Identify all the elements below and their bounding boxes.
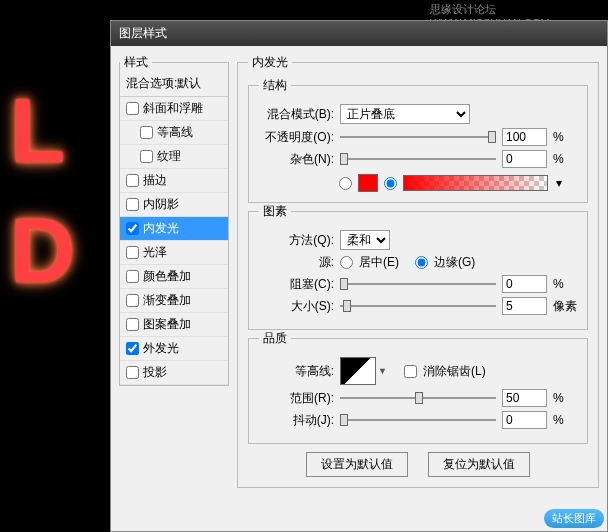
style-item-斜面和浮雕[interactable]: 斜面和浮雕 (120, 97, 228, 121)
style-checkbox[interactable] (126, 366, 139, 379)
blend-mode-select[interactable]: 正片叠底 (340, 104, 470, 124)
styles-list-panel: 样式 混合选项:默认 斜面和浮雕等高线纹理描边内阴影内发光光泽颜色叠加渐变叠加图… (119, 54, 229, 523)
style-item-外发光[interactable]: 外发光 (120, 337, 228, 361)
size-slider[interactable] (340, 298, 496, 314)
style-checkbox[interactable] (140, 150, 153, 163)
technique-select[interactable]: 柔和 (340, 230, 390, 250)
layer-style-dialog: 图层样式 样式 混合选项:默认 斜面和浮雕等高线纹理描边内阴影内发光光泽颜色叠加… (110, 20, 608, 532)
quality-legend: 品质 (259, 330, 291, 347)
style-item-内阴影[interactable]: 内阴影 (120, 193, 228, 217)
style-label: 内阴影 (143, 196, 179, 213)
noise-input[interactable] (502, 150, 547, 168)
style-label: 等高线 (157, 124, 193, 141)
style-item-图案叠加[interactable]: 图案叠加 (120, 313, 228, 337)
style-item-内发光[interactable]: 内发光 (120, 217, 228, 241)
jitter-slider[interactable] (340, 412, 496, 428)
style-label: 光泽 (143, 244, 167, 261)
style-item-光泽[interactable]: 光泽 (120, 241, 228, 265)
inner-glow-fieldset: 内发光 结构 混合模式(B): 正片叠底 不透明度(O): % 杂色(N): (237, 54, 599, 488)
quality-fieldset: 品质 等高线: 消除锯齿(L) 范围(R): % (248, 330, 588, 444)
neon-letter-d: D (10, 200, 75, 303)
technique-label: 方法(Q): (259, 232, 334, 249)
percent-unit: % (553, 152, 577, 166)
color-swatch[interactable] (358, 174, 378, 192)
style-label: 图案叠加 (143, 316, 191, 333)
choke-label: 阻塞(C): (259, 276, 334, 293)
elements-fieldset: 图素 方法(Q): 柔和 源: 居中(E) 边缘(G) (248, 203, 588, 330)
make-default-button[interactable]: 设置为默认值 (306, 452, 408, 477)
style-checkbox[interactable] (126, 174, 139, 187)
gradient-radio[interactable] (384, 177, 397, 190)
contour-label: 等高线: (259, 363, 334, 380)
neon-letter-l: L (10, 80, 65, 183)
contour-picker[interactable] (340, 357, 376, 385)
structure-fieldset: 结构 混合模式(B): 正片叠底 不透明度(O): % 杂色(N): (248, 77, 588, 203)
inner-glow-panel: 内发光 结构 混合模式(B): 正片叠底 不透明度(O): % 杂色(N): (237, 54, 599, 523)
style-label: 渐变叠加 (143, 292, 191, 309)
antialias-label: 消除锯齿(L) (423, 363, 486, 380)
range-input[interactable] (502, 389, 547, 407)
opacity-slider[interactable] (340, 129, 496, 145)
source-edge-label: 边缘(G) (434, 254, 475, 271)
blending-options-header[interactable]: 混合选项:默认 (120, 71, 228, 97)
source-edge-radio[interactable] (415, 256, 428, 269)
style-item-描边[interactable]: 描边 (120, 169, 228, 193)
reset-default-button[interactable]: 复位为默认值 (428, 452, 530, 477)
choke-input[interactable] (502, 275, 547, 293)
percent-unit: % (553, 277, 577, 291)
style-item-投影[interactable]: 投影 (120, 361, 228, 385)
style-checkbox[interactable] (126, 270, 139, 283)
style-checkbox[interactable] (126, 222, 139, 235)
style-checkbox[interactable] (126, 198, 139, 211)
percent-unit: % (553, 130, 577, 144)
px-unit: 像素 (553, 298, 577, 315)
style-item-等高线[interactable]: 等高线 (120, 121, 228, 145)
style-checkbox[interactable] (126, 246, 139, 259)
percent-unit: % (553, 391, 577, 405)
style-checkbox[interactable] (126, 342, 139, 355)
antialias-checkbox[interactable] (404, 365, 417, 378)
choke-slider[interactable] (340, 276, 496, 292)
solid-color-radio[interactable] (339, 177, 352, 190)
jitter-input[interactable] (502, 411, 547, 429)
style-label: 投影 (143, 364, 167, 381)
styles-legend: 样式 (120, 54, 152, 71)
jitter-label: 抖动(J): (259, 412, 334, 429)
percent-unit: % (553, 413, 577, 427)
style-checkbox[interactable] (126, 294, 139, 307)
style-label: 描边 (143, 172, 167, 189)
size-label: 大小(S): (259, 298, 334, 315)
style-item-颜色叠加[interactable]: 颜色叠加 (120, 265, 228, 289)
elements-legend: 图素 (259, 203, 291, 220)
style-checkbox[interactable] (126, 318, 139, 331)
style-label: 外发光 (143, 340, 179, 357)
bottom-watermark: 站长图库 (544, 509, 604, 528)
style-label: 内发光 (143, 220, 179, 237)
gradient-swatch[interactable] (403, 175, 548, 191)
blend-mode-label: 混合模式(B): (259, 106, 334, 123)
style-checkbox[interactable] (126, 102, 139, 115)
gradient-dropdown-icon[interactable]: ▾ (554, 176, 564, 190)
source-center-radio[interactable] (340, 256, 353, 269)
range-slider[interactable] (340, 390, 496, 406)
noise-label: 杂色(N): (259, 151, 334, 168)
opacity-input[interactable] (502, 128, 547, 146)
source-label: 源: (259, 254, 334, 271)
structure-legend: 结构 (259, 77, 291, 94)
size-input[interactable] (502, 297, 547, 315)
noise-slider[interactable] (340, 151, 496, 167)
style-checkbox[interactable] (140, 126, 153, 139)
range-label: 范围(R): (259, 390, 334, 407)
style-label: 斜面和浮雕 (143, 100, 203, 117)
source-center-label: 居中(E) (359, 254, 399, 271)
opacity-label: 不透明度(O): (259, 129, 334, 146)
style-label: 颜色叠加 (143, 268, 191, 285)
inner-glow-legend: 内发光 (248, 54, 292, 71)
style-item-渐变叠加[interactable]: 渐变叠加 (120, 289, 228, 313)
style-label: 纹理 (157, 148, 181, 165)
dialog-title: 图层样式 (111, 21, 607, 46)
style-item-纹理[interactable]: 纹理 (120, 145, 228, 169)
